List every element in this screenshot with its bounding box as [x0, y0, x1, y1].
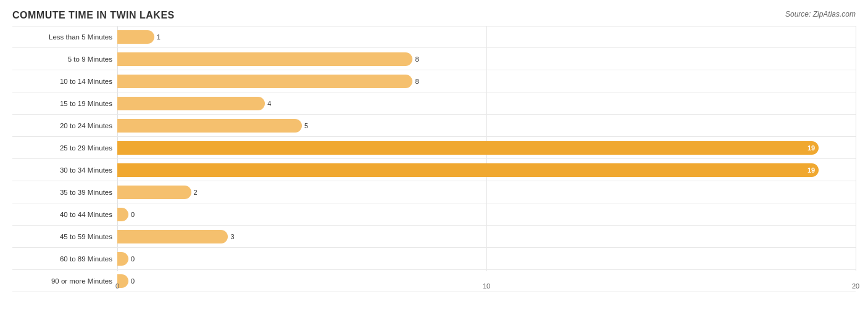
bar-label: 45 to 59 Minutes [12, 233, 117, 240]
bar-track: 3 [117, 230, 856, 243]
bar-fill [117, 230, 228, 243]
bar-label: 40 to 44 Minutes [12, 211, 117, 218]
bar-fill [117, 30, 154, 44]
bar-row: 45 to 59 Minutes3 [12, 226, 856, 248]
bar-value: 5 [304, 122, 308, 129]
bar-label: 15 to 19 Minutes [12, 100, 117, 107]
bar-value: 8 [415, 78, 419, 85]
bars-section: Less than 5 Minutes15 to 9 Minutes810 to… [12, 26, 856, 271]
bar-value: 4 [267, 100, 271, 107]
bar-label: 60 to 89 Minutes [12, 255, 117, 263]
bar-label: Less than 5 Minutes [12, 33, 117, 41]
bar-track: 4 [117, 97, 856, 110]
x-tick: 20 [852, 282, 859, 290]
bar-row: 10 to 14 Minutes8 [12, 70, 856, 92]
bar-row: 25 to 29 Minutes19 [12, 137, 856, 159]
bar-row: 60 to 89 Minutes0 [12, 248, 856, 270]
bar-fill [117, 97, 265, 110]
bar-value: 8 [415, 55, 419, 63]
bar-row: 15 to 19 Minutes4 [12, 92, 856, 115]
bar-value: 0 [131, 255, 135, 263]
bar-track: 2 [117, 186, 856, 199]
bar-label: 20 to 24 Minutes [12, 122, 117, 129]
chart-area: Less than 5 Minutes15 to 9 Minutes810 to… [12, 26, 856, 290]
bar-value: 19 [807, 166, 815, 174]
bar-fill [117, 208, 128, 221]
chart-container: COMMUTE TIME IN TWIN LAKES Source: ZipAt… [0, 0, 868, 323]
bar-value: 2 [194, 189, 198, 196]
bar-row: 35 to 39 Minutes2 [12, 181, 856, 203]
bar-label: 35 to 39 Minutes [12, 189, 117, 196]
x-tick: 0 [115, 282, 119, 290]
grid-line [856, 26, 856, 271]
bar-fill: 19 [117, 141, 819, 155]
bar-row: 5 to 9 Minutes8 [12, 48, 856, 70]
bar-label: 5 to 9 Minutes [12, 55, 117, 63]
bar-label: 10 to 14 Minutes [12, 78, 117, 85]
bar-track: 8 [117, 52, 856, 66]
bar-track: 0 [117, 208, 856, 221]
bar-row: Less than 5 Minutes1 [12, 26, 856, 48]
bar-track: 5 [117, 119, 856, 133]
bar-label: 25 to 29 Minutes [12, 144, 117, 152]
bar-row: 30 to 34 Minutes19 [12, 159, 856, 181]
bar-label: 90 or more Minutes [12, 277, 117, 285]
bar-label: 30 to 34 Minutes [12, 166, 117, 174]
x-axis: 01020 [117, 271, 856, 290]
bar-value: 0 [131, 211, 135, 218]
bar-fill [117, 186, 191, 199]
bar-fill [117, 252, 128, 266]
bar-value: 3 [230, 233, 234, 240]
chart-title: COMMUTE TIME IN TWIN LAKES [12, 10, 856, 21]
bar-fill [117, 75, 412, 88]
bar-track: 19 [117, 141, 856, 155]
bar-track: 8 [117, 75, 856, 88]
bar-track: 0 [117, 252, 856, 266]
x-tick: 10 [483, 282, 490, 290]
chart-source: Source: ZipAtlas.com [785, 10, 856, 18]
bar-track: 19 [117, 163, 856, 177]
bar-fill [117, 119, 302, 133]
bar-value: 1 [157, 33, 161, 41]
bar-fill: 19 [117, 163, 819, 177]
bar-row: 40 to 44 Minutes0 [12, 203, 856, 226]
bar-row: 20 to 24 Minutes5 [12, 115, 856, 137]
bar-fill [117, 52, 412, 66]
bar-value: 19 [807, 144, 815, 152]
bar-track: 1 [117, 30, 856, 44]
